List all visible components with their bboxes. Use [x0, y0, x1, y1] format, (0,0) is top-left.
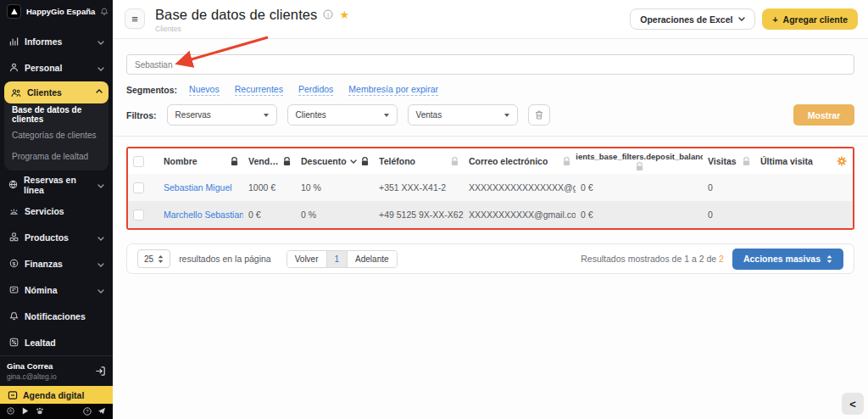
- segment-link-nuevos[interactable]: Nuevos: [189, 84, 220, 96]
- results-total: 2: [719, 254, 724, 264]
- telegram-icon[interactable]: [97, 407, 106, 415]
- column-header-nombre[interactable]: Nombre: [164, 156, 198, 166]
- help-icon[interactable]: ?: [83, 407, 92, 416]
- column-header-correo[interactable]: Correo electrónico: [469, 156, 548, 166]
- sidebar-item-lealtad[interactable]: Lealtad: [0, 329, 113, 355]
- column-settings-gear-icon[interactable]: [836, 156, 848, 166]
- segment-link-recurrentes[interactable]: Recurrentes: [235, 84, 283, 96]
- pager-back-button[interactable]: Volver: [287, 251, 327, 267]
- breadcrumb: Clientes: [155, 25, 349, 33]
- cell-sold: 0 €: [243, 201, 296, 228]
- client-search-input[interactable]: [126, 54, 854, 75]
- logout-icon[interactable]: [95, 366, 106, 377]
- sidebar-nav: Informes Personal Clientes Base de datos…: [0, 28, 113, 355]
- title-wrap: Base de datos de clientes i ★ Clientes: [155, 7, 349, 33]
- per-page-select[interactable]: 25: [137, 249, 170, 268]
- column-header-vendido[interactable]: Vendido: [248, 156, 280, 166]
- bell-icon: [8, 311, 19, 321]
- sidebar-item-nomina[interactable]: Nómina: [0, 277, 113, 303]
- sidebar-bottom-bar: A ?: [0, 404, 113, 419]
- menu-toggle-button[interactable]: ≡: [125, 8, 145, 29]
- sidebar-item-label: Servicios: [25, 206, 64, 216]
- sidebar-item-notificaciones[interactable]: Notificaciones: [0, 303, 113, 329]
- cell-discount: 10 %: [296, 174, 374, 201]
- results-summary: Resultados mostrados de 1 a 2 de 2: [581, 254, 724, 264]
- pager-current-page[interactable]: 1: [327, 251, 348, 267]
- sidebar-item-reservas-en-linea[interactable]: Reservas en línea: [0, 171, 113, 198]
- table-row[interactable]: Sebastian Miguel 1000 € 10 % +351 XXX-X4…: [128, 174, 853, 201]
- sidebar-clientes-group: Clientes Base de datos de clientes Categ…: [4, 81, 108, 170]
- chevron-down-icon: [97, 63, 104, 73]
- column-header-visitas[interactable]: Visitas: [708, 156, 737, 166]
- column-header-telefono[interactable]: Teléfono: [379, 156, 415, 166]
- filters-row: Filtros: Reservas Clientes Ventas Mostra…: [126, 104, 854, 126]
- app-badge-appgallery-icon[interactable]: [36, 407, 44, 415]
- chart-icon: [8, 36, 19, 46]
- filter-select-clientes[interactable]: Clientes: [287, 104, 398, 126]
- divider: [113, 136, 868, 137]
- select-all-checkbox[interactable]: [133, 156, 144, 167]
- notifications-bell-icon[interactable]: [100, 7, 108, 16]
- plus-icon: +: [772, 14, 777, 25]
- chevron-down-icon: [97, 285, 104, 295]
- sidebar-subitem-programa-lealtad[interactable]: Programa de lealtad: [4, 146, 108, 167]
- clear-filters-button[interactable]: [528, 104, 550, 126]
- main-area: ≡ Base de datos de clientes i ★ Clientes…: [113, 0, 868, 419]
- pager-forward-button[interactable]: Adelante: [348, 251, 396, 267]
- column-header-ultima-visita[interactable]: Última visita: [760, 156, 813, 166]
- cell-email: XXXXXXXXXXXXXXXX@gmail.com: [464, 174, 576, 201]
- favorite-star-icon[interactable]: ★: [339, 9, 349, 20]
- info-icon[interactable]: i: [323, 8, 333, 23]
- sidebar-item-label: Clientes: [27, 87, 62, 98]
- updown-caret-icon: [158, 255, 164, 263]
- svg-text:?: ?: [86, 409, 89, 414]
- svg-text:i: i: [328, 11, 330, 17]
- caret-down-icon: [384, 114, 389, 117]
- boxes-icon: [8, 232, 19, 242]
- filter-select-reservas[interactable]: Reservas: [167, 104, 277, 126]
- sidebar-subitem-categorias[interactable]: Categorías de clientes: [4, 125, 108, 146]
- chevron-down-icon: [97, 232, 104, 243]
- segment-link-membresia[interactable]: Membresía por expirar: [348, 84, 438, 96]
- sidebar-item-label: Informes: [25, 36, 62, 47]
- sidebar-item-servicios[interactable]: Servicios: [0, 198, 113, 224]
- user-section[interactable]: Gina Correa gina.c@alteg.io: [0, 355, 113, 386]
- collapse-panel-button[interactable]: <: [842, 393, 864, 415]
- segments-label: Segmentos:: [126, 85, 177, 95]
- show-button[interactable]: Mostrar: [793, 104, 854, 126]
- lock-icon: [231, 157, 238, 166]
- add-client-label: Agregar cliente: [783, 14, 848, 25]
- results-text: Resultados mostrados de 1 a 2 de: [581, 254, 719, 264]
- app-badge-googleplay-icon[interactable]: [21, 407, 29, 415]
- excel-operations-button[interactable]: Operaciones de Excel: [630, 8, 755, 30]
- agenda-icon: [8, 390, 18, 400]
- table-row[interactable]: Marchello Sebastian 0 € 0 % +49 5125 9X-…: [128, 201, 853, 228]
- client-name-link[interactable]: Marchello Sebastian: [164, 210, 243, 220]
- sidebar-item-finanzas[interactable]: $ Finanzas: [0, 250, 113, 277]
- add-client-button[interactable]: + Agregar cliente: [762, 8, 858, 30]
- column-header-deposit-balance[interactable]: clients_base_filters.deposit_balance: [576, 152, 703, 161]
- sidebar-item-personal[interactable]: Personal: [0, 54, 113, 81]
- row-checkbox[interactable]: [133, 182, 144, 193]
- segment-link-perdidos[interactable]: Perdidos: [298, 84, 333, 96]
- user-email: gina.c@alteg.io: [7, 372, 95, 381]
- sidebar-item-productos[interactable]: Productos: [0, 224, 113, 250]
- sidebar-subitem-base-de-datos[interactable]: Base de datos de clientes: [4, 103, 108, 125]
- cell-email: XXXXXXXXXXX@gmail.com: [464, 201, 576, 228]
- client-name-link[interactable]: Sebastian Miguel: [164, 182, 232, 193]
- agenda-digital-button[interactable]: Agenda digital: [0, 386, 113, 404]
- sidebar-item-informes[interactable]: Informes: [0, 28, 113, 54]
- brand-logo[interactable]: [7, 4, 21, 19]
- app-badge-appstore-icon[interactable]: A: [7, 407, 14, 415]
- filter-select-ventas[interactable]: Ventas: [408, 104, 518, 126]
- clients-table: Nombre Vendido Descuento Teléfono Correo…: [128, 148, 853, 228]
- column-header-descuento[interactable]: Descuento: [301, 156, 347, 166]
- sort-chevron-icon[interactable]: [350, 159, 357, 164]
- caret-down-icon: [504, 114, 509, 117]
- content: Segmentos: Nuevos Recurrentes Perdidos M…: [113, 39, 868, 419]
- sidebar-item-clientes[interactable]: Clientes: [4, 81, 108, 103]
- row-checkbox[interactable]: [133, 210, 144, 221]
- bulk-actions-button[interactable]: Acciones masivas: [732, 249, 843, 270]
- lock-icon: [283, 157, 291, 166]
- chevron-down-icon: [97, 259, 104, 269]
